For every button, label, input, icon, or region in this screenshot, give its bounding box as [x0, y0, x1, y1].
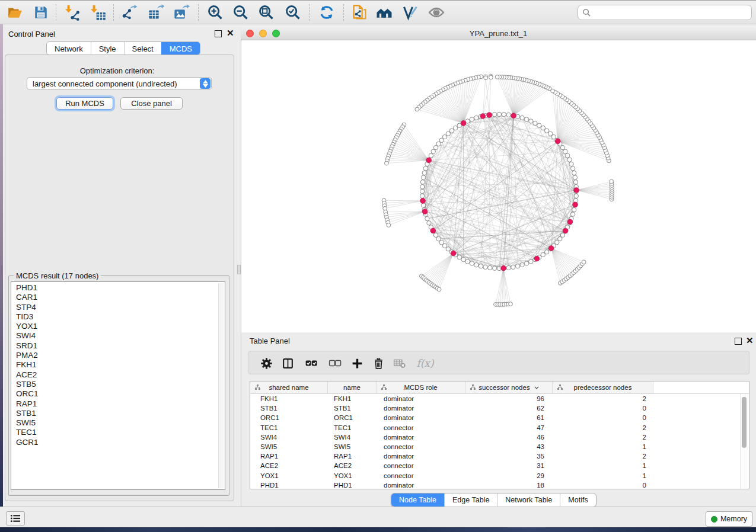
cell-successor_nodes[interactable]: 61 [465, 414, 553, 421]
select-all-rows-button[interactable] [302, 354, 320, 372]
column-header-name[interactable]: name [328, 382, 377, 393]
mcds-result-item[interactable]: TID3 [11, 312, 225, 322]
cell-shared_name[interactable]: FKH1 [250, 395, 328, 402]
import-network-button[interactable] [63, 3, 82, 22]
cell-successor_nodes[interactable]: 29 [465, 472, 553, 479]
cell-name[interactable]: YOX1 [328, 472, 377, 479]
mcds-result-item[interactable]: STB5 [11, 380, 225, 389]
cell-shared_name[interactable]: STB1 [250, 405, 328, 412]
cell-successor_nodes[interactable]: 46 [465, 434, 553, 441]
cell-shared_name[interactable]: PHD1 [250, 482, 328, 489]
export-image-button[interactable] [172, 3, 191, 22]
apply-layout-button[interactable] [317, 3, 336, 22]
mcds-result-item[interactable]: GCR1 [11, 438, 225, 447]
cell-predecessor_nodes[interactable]: 2 [553, 424, 653, 431]
cell-predecessor_nodes[interactable]: 2 [553, 434, 653, 441]
task-history-button[interactable] [6, 511, 25, 525]
mcds-result-item[interactable]: ACE2 [11, 370, 225, 380]
cell-successor_nodes[interactable]: 18 [465, 482, 553, 489]
cell-name[interactable]: PHD1 [328, 482, 377, 489]
cell-shared_name[interactable]: ORC1 [250, 414, 328, 421]
tab-motifs[interactable]: Motifs [560, 493, 595, 507]
zoom-in-button[interactable] [206, 3, 225, 22]
cell-mcds_role[interactable]: connector [377, 472, 465, 479]
tab-network-table[interactable]: Network Table [497, 493, 560, 507]
cell-mcds_role[interactable]: dominator [377, 405, 465, 412]
table-row[interactable]: ORC1ORC1dominator610 [250, 413, 749, 422]
export-table-button[interactable] [146, 3, 165, 22]
table-row[interactable]: ACE2ACE2connector311 [250, 461, 749, 470]
cell-successor_nodes[interactable]: 43 [465, 443, 553, 450]
cell-predecessor_nodes[interactable]: 1 [553, 472, 653, 479]
cell-name[interactable]: STB1 [328, 405, 377, 412]
table-row[interactable]: TEC1TEC1connector472 [250, 423, 749, 432]
cell-shared_name[interactable]: SWI5 [250, 443, 328, 450]
cell-name[interactable]: FKH1 [328, 395, 377, 402]
tab-node-table[interactable]: Node Table [391, 493, 444, 507]
cell-mcds_role[interactable]: connector [377, 443, 465, 450]
cell-mcds_role[interactable]: dominator [377, 395, 465, 402]
cell-name[interactable]: RAP1 [328, 453, 377, 460]
mcds-list-scrollbar[interactable] [218, 283, 224, 488]
cell-successor_nodes[interactable]: 35 [465, 453, 553, 460]
table-row[interactable]: SWI4SWI4dominator462 [250, 432, 749, 442]
import-table-button[interactable] [88, 3, 107, 22]
tab-style[interactable]: Style [91, 42, 124, 55]
cell-shared_name[interactable]: RAP1 [250, 453, 328, 460]
network-canvas[interactable] [241, 40, 756, 332]
cell-predecessor_nodes[interactable]: 2 [553, 453, 653, 460]
cell-mcds_role[interactable]: dominator [377, 414, 465, 421]
cell-shared_name[interactable]: SWI4 [250, 434, 328, 441]
cell-name[interactable]: ORC1 [328, 414, 377, 421]
cell-name[interactable]: ACE2 [328, 462, 377, 469]
deselect-all-rows-button[interactable] [326, 354, 344, 372]
create-column-button[interactable] [348, 354, 366, 372]
mcds-result-item[interactable]: PHD1 [11, 283, 225, 293]
table-row[interactable]: STB1STB1dominator620 [250, 403, 749, 413]
open-session-button[interactable] [5, 3, 24, 22]
column-header-successor-nodes[interactable]: successor nodes [465, 382, 553, 393]
export-network-button[interactable] [120, 3, 139, 22]
close-panel-button[interactable]: Close panel [120, 97, 183, 110]
function-builder-button[interactable]: f(x) [412, 354, 438, 372]
cell-mcds_role[interactable]: dominator [377, 434, 465, 441]
mcds-result-item[interactable]: CAR1 [11, 293, 225, 302]
zoom-out-button[interactable] [231, 3, 250, 22]
cell-successor_nodes[interactable]: 96 [465, 395, 553, 402]
table-row[interactable]: PHD1PHD1dominator180 [250, 480, 749, 490]
cell-name[interactable]: SWI5 [328, 443, 377, 450]
table-row[interactable]: SWI5SWI5connector431 [250, 442, 749, 451]
bird-eye-view-button[interactable] [427, 3, 446, 22]
cell-successor_nodes[interactable]: 47 [465, 424, 553, 431]
cell-predecessor_nodes[interactable]: 2 [553, 395, 653, 402]
mcds-result-list[interactable]: PHD1CAR1STP4TID3YOX1SWI4SRD1PMA2FKH1ACE2… [11, 281, 225, 490]
cell-mcds_role[interactable]: dominator [377, 453, 465, 460]
mcds-result-item[interactable]: SWI4 [11, 331, 225, 341]
run-mcds-button[interactable]: Run MCDS [56, 97, 113, 110]
column-header-predecessor-nodes[interactable]: predecessor nodes [553, 382, 653, 393]
tab-mcds[interactable]: MCDS [161, 42, 200, 55]
column-header-shared-name[interactable]: shared name [250, 382, 328, 393]
cell-predecessor_nodes[interactable]: 0 [553, 414, 653, 421]
optimization-criterion-select[interactable]: largest connected component (undirected) [27, 77, 212, 90]
mcds-result-item[interactable]: STP4 [11, 303, 225, 312]
show-columns-button[interactable] [279, 354, 296, 372]
table-row[interactable]: RAP1RAP1dominator352 [250, 451, 749, 461]
table-scrollbar-thumb[interactable] [742, 397, 747, 448]
float-table-panel-icon[interactable] [735, 338, 742, 345]
table-scrollbar-track[interactable] [740, 394, 748, 489]
delete-table-button[interactable] [391, 354, 409, 372]
cell-name[interactable]: TEC1 [328, 424, 377, 431]
style-editor-button[interactable] [401, 3, 420, 22]
cell-shared_name[interactable]: ACE2 [250, 462, 328, 469]
mcds-result-item[interactable]: SWI5 [11, 418, 225, 428]
cell-mcds_role[interactable]: connector [377, 424, 465, 431]
cell-shared_name[interactable]: YOX1 [250, 472, 328, 479]
cell-predecessor_nodes[interactable]: 1 [553, 462, 653, 469]
cell-successor_nodes[interactable]: 62 [465, 405, 553, 412]
table-row[interactable]: FKH1FKH1dominator962 [250, 394, 749, 403]
tab-edge-table[interactable]: Edge Table [444, 493, 497, 507]
network-from-file-button[interactable] [350, 3, 369, 22]
close-panel-icon[interactable]: ✕ [227, 30, 234, 36]
tab-select[interactable]: Select [124, 42, 161, 55]
